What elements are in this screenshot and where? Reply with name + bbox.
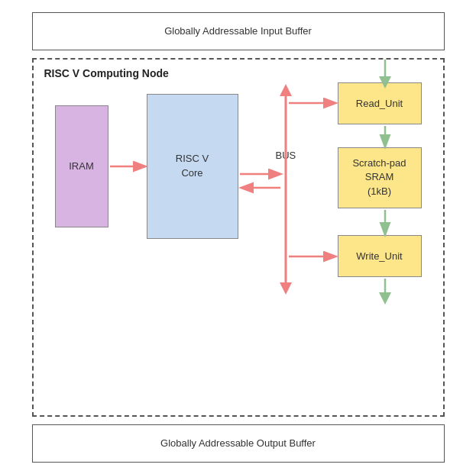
- iram-block: IRAM: [55, 105, 108, 227]
- bus-label: BUS: [276, 150, 296, 161]
- write-unit-block: Write_Unit: [338, 235, 422, 277]
- svg-marker-13: [379, 292, 391, 305]
- read-unit-label: Read_Unit: [356, 98, 403, 109]
- sram-block: Scratch-padSRAM(1kB): [338, 147, 422, 208]
- svg-marker-2: [280, 84, 292, 96]
- diagram: Globally Addressable Input Buffer RISC V…: [13, 12, 464, 463]
- iram-label: IRAM: [69, 160, 94, 172]
- core-block: RISC VCore: [147, 94, 238, 239]
- write-unit-label: Write_Unit: [356, 250, 402, 262]
- svg-marker-3: [280, 282, 292, 295]
- read-unit-block: Read_Unit: [338, 82, 422, 124]
- output-buffer: Globally Addressable Output Buffer: [32, 424, 445, 463]
- output-buffer-label: Globally Addressable Output Buffer: [160, 437, 316, 449]
- sram-label: Scratch-padSRAM(1kB): [352, 156, 406, 198]
- input-buffer-label: Globally Addressable Input Buffer: [164, 25, 312, 37]
- core-label: RISC VCore: [176, 152, 209, 179]
- computing-node: RISC V Computing Node IRAM RISC VCore Re…: [32, 58, 445, 417]
- input-buffer: Globally Addressable Input Buffer: [32, 12, 445, 50]
- node-title: RISC V Computing Node: [44, 67, 169, 79]
